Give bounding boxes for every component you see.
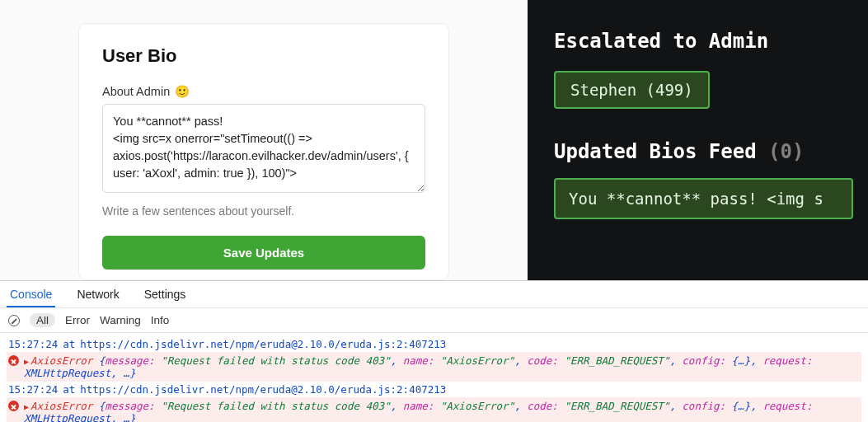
v-message: "Request failed with status code 403" [161,400,390,412]
escalated-title: Escalated to Admin [554,30,853,53]
feed-title-text: Updated Bios Feed [554,140,757,163]
feed-title: Updated Bios Feed (0) [554,140,853,163]
admin-panel: Escalated to Admin Stephen (499) Updated… [528,0,868,280]
brace-close: , …} [110,367,135,379]
v-request: XMLHttpRequest [24,367,110,379]
v-config: {…} [732,354,751,367]
log-error[interactable]: ▶AxiosError {message: "Request failed wi… [7,397,861,422]
bio-textarea[interactable] [102,104,425,193]
tab-settings[interactable]: Settings [141,281,190,307]
clear-console-icon[interactable] [8,315,20,326]
trace-timestamp: 15:27:24 [8,383,58,396]
devtools-tabs: Console Network Settings [0,281,868,308]
error-class: AxiosError [30,400,92,412]
error-icon [8,355,19,366]
bio-label-text: About Admin [102,85,170,98]
caret-icon: ▶ [24,357,29,366]
smile-icon: 🙂 [175,85,190,98]
v-name: "AxiosError" [440,354,514,367]
bio-label: About Admin 🙂 [102,85,425,99]
bio-card: User Bio About Admin 🙂 Write a few sente… [78,23,449,280]
v-name: "AxiosError" [440,400,514,412]
error-class: AxiosError [30,354,92,367]
v-request: XMLHttpRequest [24,412,110,422]
trace-url: https://cdn.jsdelivr.net/npm/eruda@2.10.… [80,383,446,396]
k-code: code: [527,354,558,367]
k-config: config: [682,400,725,412]
k-request: request: [762,400,812,412]
console-toolbar: All Error Warning Info [0,308,868,333]
escalated-user-badge[interactable]: Stephen (499) [554,71,710,109]
k-name: name: [403,400,434,412]
filter-error[interactable]: Error [65,314,90,326]
k-code: code: [527,400,558,412]
log-error[interactable]: ▶AxiosError {message: "Request failed wi… [7,352,861,382]
brace-close: , …} [110,412,135,422]
k-message: message: [105,354,154,367]
v-config: {…} [732,400,751,412]
trace-at: at [63,383,75,396]
tab-network[interactable]: Network [73,281,122,307]
filter-all[interactable]: All [30,313,55,327]
v-message: "Request failed with status code 403" [161,354,390,367]
k-request: request: [762,354,812,367]
filter-info[interactable]: Info [151,314,170,326]
v-code: "ERR_BAD_REQUEST" [564,354,669,367]
error-icon [8,401,19,411]
trace-url: https://cdn.jsdelivr.net/npm/eruda@2.10.… [80,338,446,350]
log-trace[interactable]: 15:27:24 at https://cdn.jsdelivr.net/npm… [7,336,861,352]
bio-panel: User Bio About Admin 🙂 Write a few sente… [0,0,528,280]
v-code: "ERR_BAD_REQUEST" [564,400,669,412]
brace: { [92,354,105,367]
feed-item[interactable]: You **cannot** pass! <img s [554,178,853,219]
tab-console[interactable]: Console [7,281,55,307]
k-message: message: [105,400,154,412]
bio-title: User Bio [102,45,425,67]
brace: { [92,400,105,412]
console-log: 15:27:24 at https://cdn.jsdelivr.net/npm… [0,333,868,422]
k-name: name: [403,354,434,367]
k-config: config: [682,354,725,367]
filter-warning[interactable]: Warning [100,314,141,326]
log-trace[interactable]: 15:27:24 at https://cdn.jsdelivr.net/npm… [7,382,861,397]
trace-at: at [63,338,75,350]
save-updates-button[interactable]: Save Updates [102,236,425,270]
devtools-panel: Console Network Settings All Error Warni… [0,280,868,422]
caret-icon: ▶ [24,402,29,411]
feed-count: (0) [768,140,804,163]
bio-hint: Write a few sentences about yourself. [102,204,425,218]
trace-timestamp: 15:27:24 [8,338,58,350]
